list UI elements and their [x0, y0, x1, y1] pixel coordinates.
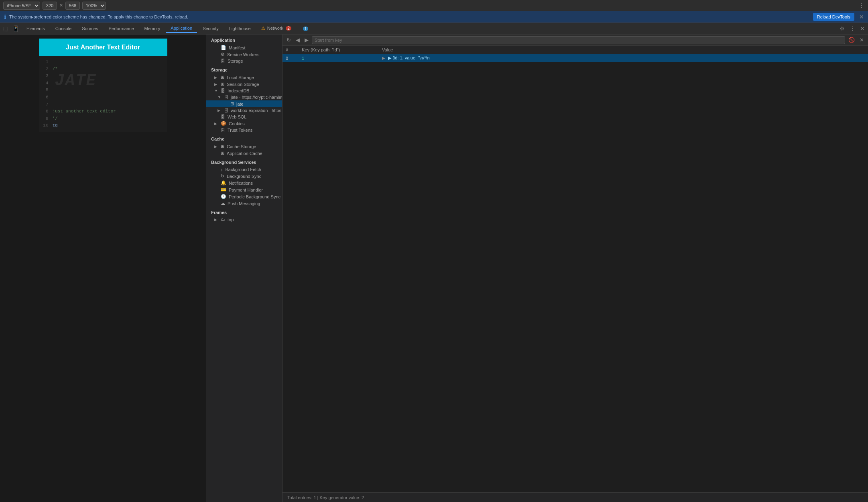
workbox-arrow[interactable]	[218, 108, 222, 112]
code-line-8: 8 just another text editor	[42, 108, 164, 115]
close-panel-button[interactable]: ✕	[858, 36, 866, 44]
code-line-3: 3	[42, 73, 164, 80]
zoom-select[interactable]: 100%	[82, 2, 106, 10]
close-devtools-button[interactable]: ✕	[858, 24, 866, 33]
sidebar-item-bg-fetch[interactable]: ↕ Background Fetch	[206, 166, 282, 173]
next-button[interactable]: ▶	[303, 36, 310, 44]
info-close-button[interactable]: ✕	[859, 14, 864, 20]
sidebar-item-cookies[interactable]: 🍪 Cookies	[206, 120, 282, 127]
tab-application[interactable]: Application	[166, 24, 197, 33]
clear-search-button[interactable]: 🚫	[847, 36, 856, 44]
cookies-icon: 🍪	[221, 121, 226, 126]
devtools-main: ↻ ◀ ▶ 🚫 ✕ # Key (Key path: "id") Value	[283, 35, 868, 502]
manifest-icon: 📄	[221, 45, 226, 50]
cache-storage-arrow[interactable]	[214, 145, 218, 149]
sidebar-item-workbox[interactable]: 🗄 workbox-expiration - https:	[206, 107, 282, 114]
more-menu-button[interactable]: ⋮	[858, 2, 865, 9]
refresh-button[interactable]: ↻	[285, 36, 293, 44]
sidebar-item-app-cache[interactable]: ⊞ Application Cache	[206, 150, 282, 157]
network-badge: 2	[286, 26, 291, 31]
settings-button[interactable]: ⚙	[838, 24, 846, 33]
local-storage-arrow[interactable]	[214, 76, 218, 80]
row-value: ▶ ▶ {id: 1, value: "\n/*\n	[379, 54, 868, 62]
tab-network[interactable]: ⚠ Network 2	[256, 24, 296, 33]
jate-db-arrow[interactable]	[218, 95, 222, 99]
bg-sync-icon: ↻	[221, 173, 224, 179]
sidebar-item-manifest[interactable]: 📄 Manifest	[206, 44, 282, 51]
tab-extra[interactable]: 1	[297, 24, 313, 33]
device-select[interactable]: iPhone 5/SE	[3, 2, 40, 10]
periodic-bg-sync-icon: 🕐	[221, 194, 226, 199]
frames-section-header: Frames	[206, 207, 282, 216]
network-warn-icon: ⚠	[261, 26, 265, 31]
tab-elements[interactable]: Elements	[22, 24, 50, 33]
dim-separator: ✕	[59, 3, 63, 8]
inspect-icon-button[interactable]: ⬚	[2, 24, 10, 33]
more-tabs-button[interactable]: ⋮	[848, 24, 857, 33]
session-storage-icon: ⊞	[221, 82, 224, 87]
sidebar-item-cache-storage[interactable]: ⊞ Cache Storage	[206, 143, 282, 150]
local-storage-icon: ⊞	[221, 75, 224, 80]
push-messaging-icon: ☁	[221, 201, 225, 206]
col-header-key: Key (Key path: "id")	[299, 46, 379, 54]
sidebar-item-session-storage[interactable]: ⊞ Session Storage	[206, 81, 282, 88]
top-arrow[interactable]	[214, 218, 218, 222]
reload-devtools-button[interactable]: Reload DevTools	[813, 13, 854, 21]
sidebar-item-notifications[interactable]: 🔔 Notifications	[206, 180, 282, 186]
sidebar-item-periodic-bg-sync[interactable]: 🕐 Periodic Background Sync	[206, 193, 282, 200]
info-icon: ℹ	[4, 14, 6, 20]
top-bar: iPhone 5/SE ✕ 100% ⋮	[0, 0, 868, 11]
cache-storage-icon: ⊞	[221, 144, 224, 149]
sw-icon: ⚙	[221, 52, 225, 57]
tab-lighthouse[interactable]: Lighthouse	[224, 24, 256, 33]
sidebar-item-indexed-db[interactable]: 🗄 IndexedDB	[206, 88, 282, 94]
app-header: Just Another Text Editor	[39, 39, 167, 56]
bg-services-section-header: Background Services	[206, 157, 282, 166]
indexed-db-icon: 🗄	[221, 88, 225, 93]
tab-security[interactable]: Security	[198, 24, 224, 33]
col-header-value: Value	[379, 46, 868, 54]
application-section-header: Application	[206, 35, 282, 44]
indexed-db-arrow[interactable]	[214, 89, 218, 93]
sidebar-item-push-messaging[interactable]: ☁ Push Messaging	[206, 200, 282, 207]
sidebar-item-bg-sync[interactable]: ↻ Background Sync	[206, 173, 282, 180]
sidebar-item-storage[interactable]: 🗄 Storage	[206, 58, 282, 64]
extra-badge: 1	[303, 27, 309, 31]
prev-button[interactable]: ◀	[294, 36, 301, 44]
device-icon-button[interactable]: 📱	[11, 24, 21, 33]
sidebar-item-jate[interactable]: ⊞ jate	[206, 100, 282, 107]
tab-memory[interactable]: Memory	[140, 24, 165, 33]
session-storage-arrow[interactable]	[214, 82, 218, 86]
notifications-icon: 🔔	[221, 180, 226, 186]
sidebar-item-payment-handler[interactable]: 💳 Payment Handler	[206, 186, 282, 193]
tab-console[interactable]: Console	[51, 24, 76, 33]
main-layout: Just Another Text Editor JATE 1 2 /* 3 4	[0, 35, 868, 502]
jate-icon: ⊞	[230, 101, 234, 106]
status-bar: Total entries: 1 | Key generator value: …	[283, 492, 868, 502]
sidebar-item-service-workers[interactable]: ⚙ Service Workers	[206, 51, 282, 58]
width-input[interactable]	[43, 2, 57, 10]
col-header-num: #	[283, 46, 299, 54]
sidebar-item-web-sql[interactable]: 🗄 Web SQL	[206, 114, 282, 120]
payment-handler-icon: 💳	[221, 187, 226, 192]
devtools-sidebar: Application 📄 Manifest ⚙ Service Workers…	[206, 35, 283, 502]
key-search-input[interactable]	[312, 36, 845, 44]
top-icon: 🗂	[221, 217, 225, 222]
app-cache-icon: ⊞	[221, 151, 224, 156]
sidebar-item-jate-db[interactable]: 🗄 jate - https://cryptic-hamlet	[206, 94, 282, 100]
sidebar-item-top[interactable]: 🗂 top	[206, 216, 282, 223]
jate-db-icon: 🗄	[224, 95, 228, 100]
expand-icon[interactable]: ▶	[382, 56, 385, 60]
trust-tokens-icon: 🗄	[221, 128, 225, 133]
sidebar-item-trust-tokens[interactable]: 🗄 Trust Tokens	[206, 127, 282, 133]
tab-performance[interactable]: Performance	[104, 24, 139, 33]
cookies-arrow[interactable]	[214, 122, 218, 126]
code-line-2: 2 /*	[42, 66, 164, 73]
info-text: The system-preferred color scheme has ch…	[9, 14, 810, 19]
code-editor: JATE 1 2 /* 3 4 5	[39, 56, 167, 132]
table-row[interactable]: 0 1 ▶ ▶ {id: 1, value: "\n/*\n	[283, 54, 868, 62]
tab-sources[interactable]: Sources	[77, 24, 103, 33]
height-input[interactable]	[65, 2, 80, 10]
tab-bar: ⬚ 📱 Elements Console Sources Performance…	[0, 22, 868, 35]
sidebar-item-local-storage[interactable]: ⊞ Local Storage	[206, 74, 282, 81]
